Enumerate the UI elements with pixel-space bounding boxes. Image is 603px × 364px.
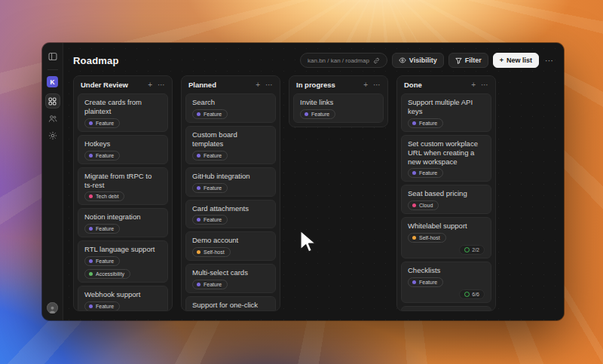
- label-text: Feature: [96, 304, 114, 309]
- label-text: Feature: [96, 258, 114, 264]
- kanban-card[interactable]: Demo accountSelf-host: [185, 231, 276, 261]
- column-menu-button[interactable]: ⋯: [152, 81, 165, 89]
- label-dot: [412, 236, 416, 240]
- kanban-card[interactable]: Whitelabel supportSelf-host2/2: [401, 217, 491, 258]
- label-chip: Feature: [192, 280, 228, 289]
- kanban-card[interactable]: Custom board templatesFeature: [185, 126, 276, 164]
- board-url-pill[interactable]: kan.bn / kan / roadmap: [300, 53, 387, 68]
- card-labels: Feature: [408, 168, 485, 178]
- card-title: Support multiple API keys: [408, 98, 485, 116]
- label-dot: [197, 112, 200, 116]
- column-menu-button[interactable]: ⋯: [368, 81, 381, 89]
- card-title: Card attachments: [192, 204, 269, 213]
- card-labels: Feature: [300, 109, 377, 119]
- add-card-button[interactable]: +: [142, 81, 152, 89]
- main-area: Roadmap kan.bn / kan / roadmap Visibilit…: [63, 43, 564, 320]
- kanban-card[interactable]: ChecklistsFeature6/6: [401, 262, 491, 303]
- column-title: Under Review: [81, 81, 142, 89]
- column-menu-button[interactable]: ⋯: [476, 81, 488, 89]
- label-chip: Feature: [408, 118, 443, 128]
- kanban-card[interactable]: Support for one-click deployments via Co…: [185, 296, 276, 311]
- sidebar: K: [42, 43, 63, 320]
- card-title: Search: [192, 98, 269, 107]
- kanban-card[interactable]: HotkeysFeature: [78, 135, 168, 164]
- label-chip: Feature: [84, 301, 120, 311]
- label-dot: [197, 283, 200, 286]
- kanban-card[interactable]: Invite linksFeature: [293, 93, 384, 123]
- card-title: Webhook support: [84, 290, 161, 299]
- kanban-card[interactable]: Notion integrationFeature: [78, 208, 168, 237]
- kanban-card[interactable]: SearchFeature: [185, 93, 276, 123]
- checklist-badge-row: 2/2: [408, 245, 485, 255]
- add-card-button[interactable]: +: [358, 81, 368, 89]
- label-chip: Self-host: [192, 247, 231, 257]
- card-labels: Feature: [408, 118, 485, 128]
- sidebar-collapse-button[interactable]: [46, 50, 60, 63]
- card-title: Whitelabel support: [408, 222, 485, 231]
- label-text: Feature: [204, 282, 222, 287]
- kanban-card[interactable]: Multi-select cardsFeature: [185, 264, 276, 293]
- kanban-card[interactable]: Card attachmentsFeature: [185, 200, 276, 229]
- column-header: Done+⋯: [397, 76, 495, 93]
- kanban-card[interactable]: Seat based pricingCloud: [401, 185, 491, 214]
- card-list: SearchFeatureCustom board templatesFeatu…: [182, 93, 280, 311]
- breadcrumb: kan.bn / kan / roadmap: [308, 57, 369, 64]
- kanban-card[interactable]: GitHub integrationFeature: [185, 167, 276, 197]
- user-avatar[interactable]: [47, 302, 58, 314]
- add-card-button[interactable]: +: [466, 81, 476, 89]
- card-labels: FeatureAccessibility: [84, 256, 161, 279]
- filter-button[interactable]: Filter: [448, 53, 488, 68]
- label-text: Feature: [204, 185, 222, 191]
- checklist-badge: 6/6: [459, 289, 485, 299]
- card-labels: Cloud: [408, 200, 485, 210]
- label-chip: Feature: [84, 224, 120, 234]
- kanban-card[interactable]: Set custom workplace URL when creating a…: [401, 135, 491, 182]
- label-dot: [412, 280, 416, 284]
- workspace-avatar[interactable]: K: [47, 76, 58, 87]
- label-text: Feature: [204, 217, 222, 222]
- card-list: Invite linksFeature: [289, 93, 387, 127]
- card-list: Create cards from plaintextFeatureHotkey…: [74, 93, 172, 311]
- label-dot: [197, 218, 200, 222]
- label-dot: [412, 203, 416, 207]
- card-title: Custom board templates: [192, 130, 269, 148]
- eye-icon: [399, 57, 406, 63]
- label-chip: Accessibility: [84, 269, 130, 279]
- kanban-card[interactable]: Support multiple API keysFeature: [401, 93, 491, 132]
- sidebar-item-members[interactable]: [46, 112, 60, 125]
- column-title: Planned: [188, 81, 250, 89]
- column-header: Under Review+⋯: [74, 76, 172, 93]
- label-dot: [305, 112, 308, 116]
- card-labels: Feature: [84, 224, 161, 234]
- link-icon: [373, 57, 380, 64]
- sidebar-item-settings[interactable]: [46, 129, 60, 142]
- check-circle-icon: [464, 292, 470, 297]
- card-title: Checklists: [408, 266, 485, 275]
- card-labels: Self-host: [192, 247, 269, 257]
- add-card-button[interactable]: +: [250, 81, 260, 89]
- kanban-card[interactable]: Migrate from tRPC to ts-restTech debt: [78, 167, 168, 206]
- card-title: Invite links: [300, 98, 377, 107]
- kanban-card[interactable]: Dashboard 2.0Feature: [401, 306, 491, 311]
- card-title: Support for one-click deployments via Co…: [192, 301, 269, 311]
- label-text: Feature: [204, 112, 222, 117]
- kanban-card[interactable]: Webhook supportFeature: [78, 286, 168, 311]
- column-menu-button[interactable]: ⋯: [260, 81, 273, 89]
- filter-label: Filter: [465, 57, 482, 64]
- boards-grid-icon: [48, 97, 57, 106]
- kanban-card[interactable]: RTL language supportFeatureAccessibility: [78, 240, 168, 283]
- label-chip: Feature: [192, 215, 228, 225]
- column-header: Planned+⋯: [182, 76, 280, 93]
- checklist-count: 2/2: [472, 247, 479, 252]
- sidebar-item-boards[interactable]: [46, 94, 60, 108]
- kanban-card[interactable]: Create cards from plaintextFeature: [78, 93, 168, 132]
- card-title: Set custom workplace URL when creating a…: [408, 139, 485, 167]
- label-text: Accessibility: [96, 271, 124, 277]
- label-chip: Feature: [192, 151, 228, 161]
- board-menu-button[interactable]: ⋯: [543, 56, 555, 66]
- column-header: In progress+⋯: [289, 76, 387, 93]
- label-text: Feature: [96, 226, 114, 231]
- visibility-button[interactable]: Visibility: [392, 53, 444, 68]
- new-list-button[interactable]: + New list: [493, 53, 539, 68]
- label-chip: Cloud: [408, 200, 439, 210]
